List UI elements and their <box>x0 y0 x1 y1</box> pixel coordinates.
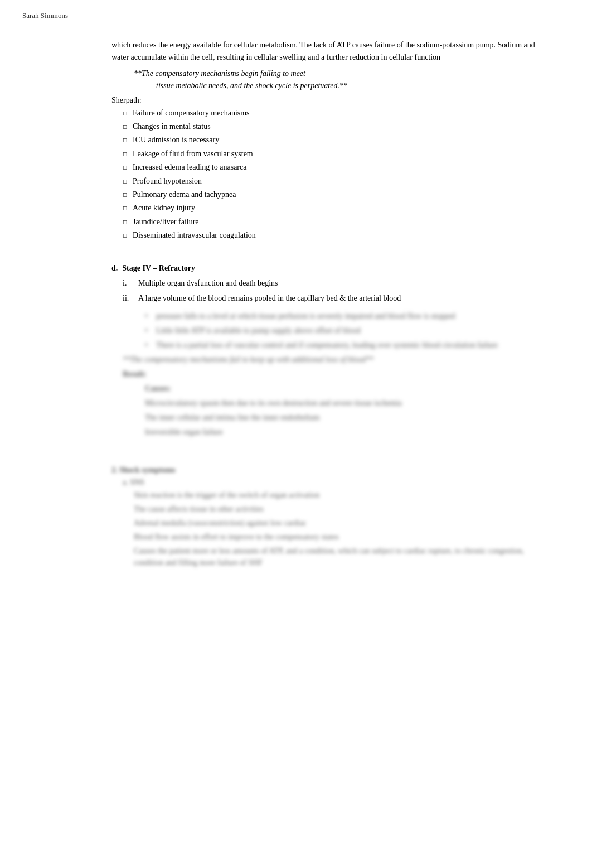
italic-note-line1: **The compensatory mechanisms begin fail… <box>134 67 536 80</box>
section-d: d. Stage IV – Refractory i. Multiple org… <box>111 264 536 438</box>
section-below: 2. Shock symptoms a. SNS Skin reaction i… <box>111 466 536 568</box>
roman-item-ii: ii. A large volume of the blood remains … <box>123 292 536 305</box>
section-letter: d. <box>111 264 118 273</box>
blurred-causes-label: Causes: <box>145 383 536 394</box>
roman-ii: ii. <box>123 292 138 305</box>
list-item: Acute kidney injury <box>123 202 536 214</box>
blurred-result-label: Result: <box>123 368 536 380</box>
blurred-content-line: Adrenal medulla (vasoconstriction) again… <box>134 517 536 529</box>
blurred-stage-iv-content: • pressure falls to a level at which tis… <box>123 310 536 438</box>
blurred-italic-note: **The compensatory mechanisms fail to ke… <box>123 354 536 365</box>
blurred-content-line: Skin reaction is the trigger of the swit… <box>134 489 536 501</box>
blurred-row: Microcirculatory spasm then due to its o… <box>145 397 536 409</box>
sherpath-label: Sherpath: <box>111 96 536 105</box>
blurred-row: • Little little ATP is available to pump… <box>145 325 536 336</box>
roman-numeral-list: i. Multiple organ dysfunction and death … <box>123 277 536 305</box>
blurred-content-line: Causes the patient more or less amounts … <box>134 545 536 568</box>
blurred-content-line: The cause affects tissue in other activi… <box>134 503 536 515</box>
blurred-section-heading: 2. Shock symptoms <box>111 466 536 475</box>
stage-iv-title: Stage IV – Refractory <box>122 264 195 273</box>
sherpath-bullet-list: Failure of compensatory mechanisms Chang… <box>123 107 536 242</box>
list-item: Pulmonary edema and tachypnea <box>123 189 536 201</box>
blurred-content-line: Blood flow assists in effort to improve … <box>134 531 536 543</box>
list-item: Disseminated intravascular coagulation <box>123 229 536 242</box>
list-item: Jaundice/liver failure <box>123 216 536 228</box>
author-name: Sarah Simmons <box>22 11 68 20</box>
intro-paragraph: which reduces the energy available for c… <box>111 39 536 64</box>
section-d-title: d. Stage IV – Refractory <box>111 264 536 273</box>
list-item: Leakage of fluid from vascular system <box>123 148 536 160</box>
roman-item-i: i. Multiple organ dysfunction and death … <box>123 277 536 290</box>
list-item: Changes in mental status <box>123 120 536 133</box>
blurred-row: • There is a partial loss of vascular co… <box>145 339 536 351</box>
list-item: Increased edema leading to anasarca <box>123 161 536 173</box>
list-item: Profound hypotension <box>123 175 536 187</box>
italic-note-line2: tissue metabolic needs, and the shock cy… <box>156 80 536 92</box>
roman-i: i. <box>123 277 138 290</box>
blurred-row: Irreversible organ failure <box>145 426 536 438</box>
blurred-row: • pressure falls to a level at which tis… <box>145 310 536 322</box>
list-item: ICU admission is necessary <box>123 134 536 146</box>
blurred-row: The inner cellular and intima line the i… <box>145 412 536 423</box>
list-item: Failure of compensatory mechanisms <box>123 107 536 119</box>
blurred-sub-heading: a. SNS <box>123 478 536 487</box>
